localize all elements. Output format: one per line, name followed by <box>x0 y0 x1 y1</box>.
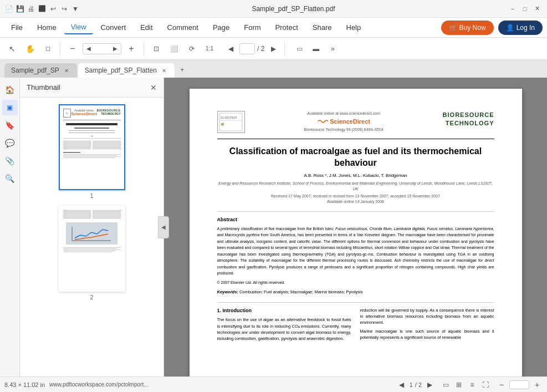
zoom-out-button[interactable]: − <box>65 41 80 57</box>
tab-sample-pdf-sp[interactable]: Sample_pdf_SP ✕ <box>4 63 77 78</box>
app-logo-icon: 📄 <box>4 4 13 13</box>
next-page-button[interactable]: ▶ <box>267 42 280 55</box>
fit-page-button[interactable]: ⊡ <box>149 41 164 57</box>
bottom-next-page-button[interactable]: ▶ <box>424 379 435 390</box>
menu-comment[interactable]: Comment <box>161 21 205 34</box>
bottom-zoom-out-button[interactable]: − <box>496 379 507 390</box>
menu-view[interactable]: View <box>64 21 93 34</box>
tab-sample-pdf-sp-flatten[interactable]: Sample_pdf_SP_Flatten ✕ <box>78 63 175 78</box>
bottom-statusbar: 8.43 × 11.02 in www.pdftocworkspace.com/… <box>0 376 547 392</box>
thumbnail-content: E Available online ScienceDirect BIORESO… <box>20 98 163 376</box>
print-icon[interactable]: 🖨 <box>27 4 35 13</box>
actual-size-button[interactable]: 1:1 <box>202 41 217 57</box>
elsevier-logo: ELSEVIER 🌿 <box>217 111 245 133</box>
menu-form[interactable]: Form <box>237 21 267 34</box>
svg-text:ELSEVIER: ELSEVIER <box>221 116 237 119</box>
dropdown-icon[interactable]: ▼ <box>71 4 80 13</box>
redo-icon[interactable]: ↪ <box>60 4 69 13</box>
page-number-input[interactable]: 1 <box>239 43 255 54</box>
abstract-text: A preliminary classification of five mac… <box>217 226 494 277</box>
bottom-zoom-in-button[interactable]: + <box>531 379 543 390</box>
minimize-button[interactable]: − <box>507 3 518 14</box>
bottom-scroll-button[interactable]: ≡ <box>466 379 478 391</box>
page-dimensions: 8.43 × 11.02 in <box>4 381 45 388</box>
bottom-page-navigation: ◀ 1 / 2 ▶ <box>396 379 435 390</box>
url-display: www.pdftocworkspace.com/pctolmport... <box>49 381 392 388</box>
menu-share[interactable]: Share <box>306 21 339 34</box>
sciencedirect-info: Available online at www.sciencedirect.co… <box>304 111 383 133</box>
zoom-input[interactable]: 76% <box>92 45 112 53</box>
menu-home[interactable]: Home <box>30 21 63 34</box>
tab-close-1[interactable]: ✕ <box>63 67 70 74</box>
bottom-page-current: 1 <box>410 381 413 388</box>
hand-tool-button[interactable]: ✋ <box>22 41 38 57</box>
rotate-button[interactable]: ⟳ <box>184 41 200 57</box>
save-icon[interactable]: 💾 <box>16 4 24 13</box>
abstract-title: Abstract <box>217 216 494 223</box>
log-in-button[interactable]: 👤 Log In <box>498 21 543 35</box>
tabs-bar: Sample_pdf_SP ✕ Sample_pdf_SP_Flatten ✕ … <box>0 60 547 78</box>
printer2-icon[interactable]: ⬛ <box>38 4 47 13</box>
paper-title: Classification of macroalgae as fuel and… <box>217 146 494 169</box>
select-tool-button[interactable]: ◻ <box>40 41 55 57</box>
zoom-in-button[interactable]: + <box>124 41 139 57</box>
user-icon: 👤 <box>506 24 514 32</box>
toolbar: ↖ ✋ ◻ − ◀ 76% ▶ + ⊡ ⬜ ⟳ 1:1 ◀ 1 / 2 ▶ ▭ … <box>0 38 547 60</box>
single-page-view-button[interactable]: ▭ <box>292 41 307 57</box>
thumbnail-page-1[interactable]: E Available online ScienceDirect BIORESO… <box>59 104 125 199</box>
cursor-tool-button[interactable]: ↖ <box>4 41 20 57</box>
buy-now-button[interactable]: 🛒 Buy Now <box>441 21 494 35</box>
bottom-fullscreen-button[interactable]: ⛶ <box>479 379 492 391</box>
pdf-viewer-area[interactable]: ELSEVIER 🌿 Available online at www.scien… <box>164 78 547 376</box>
menu-page[interactable]: Page <box>206 21 236 34</box>
prev-page-button[interactable]: ◀ <box>224 42 237 55</box>
page-header: ELSEVIER 🌿 Available online at www.scien… <box>217 111 494 133</box>
menu-edit[interactable]: Edit <box>134 21 159 34</box>
tab-close-2[interactable]: ✕ <box>160 67 168 74</box>
menu-convert[interactable]: Convert <box>94 21 133 34</box>
thumbnail-page-2[interactable]: 2 <box>59 206 125 301</box>
search-icon[interactable]: 🔍 <box>2 171 18 186</box>
main-area: 🏠 ▣ 🔖 💬 📎 🔍 Thumbnail ✕ E Available onli… <box>0 78 547 376</box>
attachment-icon[interactable]: 📎 <box>2 153 18 169</box>
fit-width-button[interactable]: ⬜ <box>166 41 182 57</box>
bottom-zoom-control: − 76% + <box>496 379 543 390</box>
zoom-decrease-icon[interactable]: ◀ <box>86 45 91 52</box>
pages-icon[interactable]: ▣ <box>2 100 18 115</box>
view-buttons: ▭ ▬ <box>292 41 324 57</box>
thumbnail-close-button[interactable]: ✕ <box>150 83 157 92</box>
svg-text:🌿: 🌿 <box>221 123 224 126</box>
thumbnail-panel: Thumbnail ✕ E Available online ScienceDi… <box>20 78 164 376</box>
thumbnail-header: Thumbnail ✕ <box>20 78 163 98</box>
home-icon[interactable]: 🏠 <box>2 82 18 98</box>
window-controls: − □ ✕ <box>507 3 543 14</box>
comment-icon[interactable]: 💬 <box>2 135 18 151</box>
bookmark-icon[interactable]: 🔖 <box>2 118 18 133</box>
more-tools-button[interactable]: » <box>326 42 339 55</box>
two-page-view-button[interactable]: ▬ <box>308 41 324 57</box>
two-column-content: 1. Introduction The focus on the use of … <box>217 307 494 342</box>
buy-icon: 🛒 <box>449 24 457 32</box>
undo-icon[interactable]: ↩ <box>49 4 58 13</box>
paper-dates: Received 17 May 2007; received in revise… <box>217 194 494 205</box>
menubar: File Home View Convert Edit Comment Page… <box>0 18 547 38</box>
bottom-single-page-button[interactable]: ▭ <box>439 379 452 391</box>
close-button[interactable]: ✕ <box>531 3 543 14</box>
zoom-increase-icon[interactable]: ▶ <box>113 45 117 52</box>
thumbnail-page-2-number: 2 <box>90 294 93 301</box>
bottom-prev-page-button[interactable]: ◀ <box>396 379 407 390</box>
thumbnail-page-1-number: 1 <box>90 192 93 199</box>
tab-label: Sample_pdf_SP <box>11 67 59 74</box>
new-tab-button[interactable]: + <box>176 63 189 77</box>
menu-protect[interactable]: Protect <box>269 21 305 34</box>
column-right: reduction will be governed by supply. As… <box>360 307 494 342</box>
menu-help[interactable]: Help <box>340 21 368 34</box>
thumbnail-image-2 <box>59 206 125 292</box>
maximize-button[interactable]: □ <box>519 3 530 14</box>
menu-file[interactable]: File <box>4 21 29 34</box>
paper-authors: A.B. Ross *, J.M. Jones, M.L. Kubacki, T… <box>217 172 494 179</box>
page-navigation: ◀ 1 / 2 ▶ <box>224 42 280 55</box>
bottom-zoom-input[interactable]: 76% <box>509 380 529 389</box>
bottom-two-page-button[interactable]: ⊞ <box>453 379 465 391</box>
collapse-panel-button[interactable]: ◀ <box>158 216 169 238</box>
